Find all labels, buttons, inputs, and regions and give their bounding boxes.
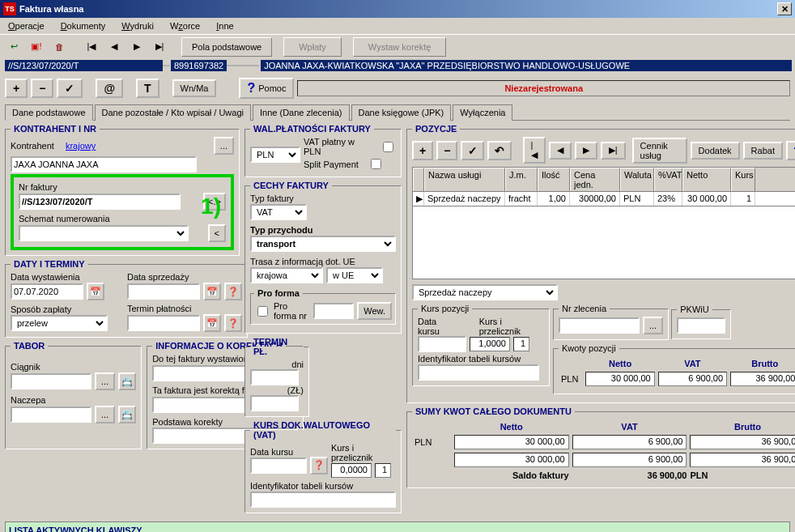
- info-nip: 8991697382: [171, 60, 227, 71]
- tb-back-icon[interactable]: ↩: [3, 37, 24, 57]
- btn-naczepa-pick[interactable]: ...: [95, 406, 115, 423]
- poz-first[interactable]: |◀: [523, 137, 546, 164]
- grid-row[interactable]: ▶ Sprzedaż naczepy fracht 1,00 30000,00 …: [412, 192, 795, 206]
- poz-next[interactable]: ▶: [575, 142, 597, 160]
- input-nrzlec[interactable]: [559, 317, 640, 334]
- input-kursdok-ident[interactable]: [250, 492, 396, 508]
- select-typfak[interactable]: VAT: [250, 204, 307, 220]
- btn-wnma[interactable]: Wn/Ma: [172, 79, 217, 97]
- btn-kursdok-help[interactable]: ❓: [310, 457, 328, 475]
- fieldset-daty: DATY I TERMINY Data wystawienia 📅 Data s…: [5, 259, 248, 338]
- input-data-wyst[interactable]: [11, 283, 83, 300]
- window-title: Faktura własna: [19, 4, 83, 14]
- tabs: Dane podstawowe Dane pozostałe / Kto wpi…: [5, 104, 790, 121]
- btn-kontrahent-pick[interactable]: ...: [214, 137, 234, 155]
- input-kontrahent-name[interactable]: [11, 156, 197, 172]
- input-termin-plat[interactable]: [127, 315, 200, 331]
- btn-ciagnik-pick[interactable]: ...: [95, 372, 115, 390]
- btn-check[interactable]: ✓: [57, 79, 83, 98]
- btn-cal3[interactable]: 📅: [203, 314, 221, 332]
- select-zaplata[interactable]: przelew: [11, 315, 108, 331]
- app-icon: TS: [3, 2, 16, 15]
- btn-cal2[interactable]: 📅: [203, 283, 221, 300]
- menu-dokumenty[interactable]: Dokumenty: [56, 19, 111, 32]
- menu-operacje[interactable]: Operacje: [3, 19, 49, 32]
- input-ciagnik[interactable]: [11, 373, 91, 389]
- btn-poz-help[interactable]: ?: [786, 141, 795, 160]
- infobar: //S/123/07/2020/T 8991697382 JOANNA JAXA…: [0, 58, 795, 73]
- input-kursdok-data[interactable]: [250, 458, 307, 474]
- input-pkwiu[interactable]: [677, 317, 725, 334]
- tab-jpk[interactable]: Dane księgowe (JPK): [351, 104, 452, 121]
- menu-wzorce[interactable]: Wzorce: [165, 19, 205, 32]
- chk-vatpln[interactable]: [383, 142, 393, 152]
- cell-kursdok-przel: 1: [375, 463, 391, 478]
- btn-pomoc[interactable]: ?Pomoc: [239, 78, 294, 99]
- link-krajowy[interactable]: krajowy: [66, 141, 96, 151]
- tab-wylaczenia[interactable]: Wyłączenia: [453, 104, 512, 121]
- btn-help2[interactable]: ❓: [224, 314, 242, 332]
- btn-wew[interactable]: Wew.: [357, 302, 392, 320]
- fieldset-pkwiu: PKWiU: [671, 304, 731, 339]
- select-przychod[interactable]: transport: [250, 236, 396, 252]
- close-button[interactable]: ✕: [777, 2, 792, 15]
- select-pozdetail[interactable]: Sprzedaż naczepy: [412, 284, 558, 300]
- select-waluta[interactable]: PLN: [250, 147, 300, 163]
- tb-first-icon[interactable]: |◀: [81, 37, 102, 57]
- grid-body[interactable]: [412, 206, 795, 279]
- tb-save-icon[interactable]: ▣!: [26, 37, 47, 57]
- fieldset-cechy: CECHY FAKTURY Typ faktury VAT Typ przych…: [244, 181, 402, 334]
- poz-minus[interactable]: −: [436, 141, 457, 160]
- tab-dane-pozostale[interactable]: Dane pozostałe / Kto wpisał / Uwagi: [95, 104, 251, 121]
- highlight-marker: 1): [201, 194, 221, 219]
- input-naczepa[interactable]: [11, 406, 91, 423]
- btn-minus[interactable]: −: [31, 79, 53, 98]
- tb-pola-button[interactable]: Pola podstawowe: [181, 37, 272, 57]
- menu-inne[interactable]: Inne: [211, 19, 238, 32]
- btn-naczepa-card[interactable]: 📇: [118, 406, 136, 423]
- poz-prev[interactable]: ◀: [549, 142, 572, 160]
- select-wue[interactable]: w UE: [326, 267, 383, 283]
- tb-prev-icon[interactable]: ◀: [104, 37, 125, 57]
- legend-kontrahent: KONTRAHENT I NR: [11, 124, 100, 134]
- poz-last[interactable]: ▶|: [601, 142, 626, 160]
- input-kp-data[interactable]: [418, 336, 466, 352]
- tb-last-icon[interactable]: ▶|: [149, 37, 170, 57]
- tb-delete-icon[interactable]: 🗑: [49, 37, 70, 57]
- btn-rabat[interactable]: Rabat: [743, 142, 783, 160]
- input-termin-zl[interactable]: [250, 395, 299, 411]
- btn-t[interactable]: T: [136, 79, 159, 98]
- btn-plus[interactable]: +: [5, 79, 28, 98]
- input-kp-ident[interactable]: [418, 364, 539, 381]
- tab-inne[interactable]: Inne (Dane zlecenia): [253, 104, 350, 121]
- poz-undo[interactable]: ↶: [487, 141, 511, 160]
- tb-next-icon[interactable]: ▶: [126, 37, 147, 57]
- titlebar: TS Faktura własna ✕: [0, 0, 795, 18]
- menu-wydruki[interactable]: Wydruki: [117, 19, 159, 32]
- chk-split[interactable]: [371, 159, 381, 169]
- poz-plus[interactable]: +: [412, 141, 433, 160]
- btn-dodatek[interactable]: Dodatek: [691, 142, 740, 160]
- poz-check[interactable]: ✓: [461, 141, 484, 160]
- fieldset-terminpl: TERMIN PŁ. dni (ZŁ): [244, 337, 309, 417]
- info-docnr: //S/123/07/2020/T: [5, 60, 163, 71]
- btn-at[interactable]: @: [96, 79, 123, 98]
- chk-proforma[interactable]: [257, 306, 268, 317]
- btn-cennik[interactable]: Cennik usług: [632, 138, 687, 164]
- input-proforma-nr[interactable]: [313, 303, 354, 319]
- btn-cal1[interactable]: 📅: [87, 283, 104, 300]
- input-termin-dni[interactable]: [250, 369, 299, 385]
- input-data-sprz[interactable]: [127, 283, 200, 300]
- select-trasa[interactable]: krajowa: [250, 267, 323, 283]
- toolbar: ↩ ▣! 🗑 |◀ ◀ ▶ ▶| Pola podstawowe Wpłaty …: [0, 34, 795, 58]
- select-schemat[interactable]: [19, 225, 189, 241]
- btn-schemat-back[interactable]: <: [208, 224, 226, 242]
- tb-wplaty-button: Wpłaty: [283, 37, 342, 57]
- btn-help1[interactable]: ❓: [224, 283, 242, 300]
- btn-ciagnik-card[interactable]: 📇: [118, 372, 136, 390]
- btn-nrzlec[interactable]: ...: [643, 317, 663, 334]
- status-unregistered: Niezarejestrowana: [297, 80, 790, 96]
- input-nr-faktury[interactable]: [19, 194, 181, 210]
- fieldset-kontrahent: KONTRAHENT I NR Kontrahent krajowy ... 1…: [5, 124, 240, 256]
- tab-dane-podstawowe[interactable]: Dane podstawowe: [5, 104, 93, 121]
